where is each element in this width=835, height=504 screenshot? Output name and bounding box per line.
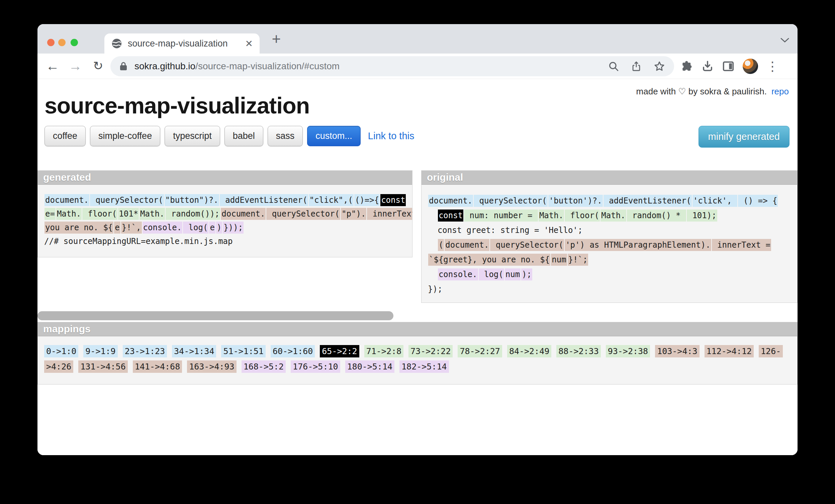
mapping-item[interactable]: 93->2:38 [606, 345, 650, 358]
code-mapping-segment[interactable]: ) [216, 222, 222, 234]
code-mapping-segment[interactable]: Math. [140, 208, 165, 220]
mapping-item[interactable]: 141->4:68 [133, 360, 182, 373]
horizontal-scrollbar-thumb[interactable] [38, 311, 393, 320]
example-button-typescript[interactable]: typescript [165, 126, 220, 146]
code-mapping-segment[interactable]: "p"). [341, 208, 366, 220]
address-bar[interactable]: sokra.github.io/source-map-visualization… [110, 56, 674, 76]
code-mapping-segment[interactable]: }!`, [121, 222, 142, 234]
mapping-item[interactable]: 23->1:23 [123, 345, 167, 358]
code-mapping-segment[interactable]: Math. [538, 209, 564, 222]
new-tab-button[interactable]: + [267, 29, 286, 48]
code-mapping-segment[interactable]: querySelector( [90, 194, 164, 206]
mapping-item[interactable]: >4:26 [44, 360, 73, 373]
mapping-item[interactable]: 168->5:2 [242, 360, 286, 373]
mapping-item[interactable]: 176->5:10 [291, 360, 340, 373]
mapping-item[interactable]: 182->5:14 [400, 360, 449, 373]
code-mapping-segment[interactable]: console. [438, 268, 478, 280]
code-mapping-segment[interactable]: num [505, 268, 521, 280]
example-button-sass[interactable]: sass [268, 126, 303, 146]
code-mapping-segment[interactable]: innerText = [712, 239, 771, 251]
code-mapping-segment[interactable]: querySelector( [490, 239, 564, 251]
code-mapping-segment[interactable]: 'click', [692, 195, 737, 207]
back-button[interactable]: ← [43, 57, 62, 75]
code-mapping-segment[interactable]: 101); [687, 209, 717, 222]
mapping-item[interactable]: 34->1:34 [172, 345, 216, 358]
forward-button[interactable]: → [66, 57, 84, 75]
code-mapping-segment[interactable]: console. [143, 222, 183, 234]
code-mapping-segment[interactable]: () => { [738, 195, 778, 207]
code-mapping-segment[interactable]: `${greet}, you are no. ${ [428, 254, 550, 266]
code-mapping-segment[interactable]: you are no. ${ [44, 222, 114, 234]
mapping-item[interactable]: 163->4:93 [187, 360, 236, 373]
mapping-item[interactable]: 131->4:56 [78, 360, 127, 373]
extensions-puzzle-icon[interactable] [680, 60, 693, 73]
code-mapping-segment[interactable]: document. [445, 239, 489, 251]
bookmark-star-icon[interactable] [653, 60, 666, 72]
code-mapping-segment[interactable]: random() * [627, 209, 686, 222]
code-mapping-segment[interactable]: ( [438, 239, 444, 251]
search-icon[interactable] [608, 61, 619, 72]
mapping-item[interactable]: 60->1:60 [271, 345, 315, 358]
example-button-coffee[interactable]: coffee [44, 126, 86, 146]
link-to-this-link[interactable]: Link to this [368, 130, 414, 142]
code-mapping-segment[interactable]: floor( [565, 209, 600, 222]
code-mapping-segment[interactable]: log( [479, 268, 504, 280]
profile-avatar[interactable] [743, 59, 758, 74]
mapping-item[interactable]: 103->4:3 [655, 345, 699, 358]
mapping-item[interactable]: 9->1:9 [83, 345, 117, 358]
mapping-item[interactable]: 84->2:49 [507, 345, 551, 358]
code-mapping-segment[interactable]: ); [521, 268, 532, 280]
code-mapping-segment[interactable]: "button")?. [165, 194, 219, 206]
code-mapping-segment[interactable]: num: number = [464, 209, 538, 222]
mapping-item[interactable]: 73->2:22 [408, 345, 453, 358]
code-mapping-segment[interactable]: })); [223, 222, 244, 234]
mapping-item[interactable]: 71->2:8 [364, 345, 404, 358]
browser-tab[interactable]: source-map-visualization ✕ [104, 34, 260, 54]
mapping-item[interactable]: 65->2:2 [320, 345, 359, 358]
reload-button[interactable]: ↻ [89, 57, 107, 75]
menu-dots-icon[interactable]: ⋮ [766, 60, 779, 73]
code-mapping-segment[interactable]: 101* [118, 208, 139, 220]
code-mapping-segment[interactable]: innerText= [367, 208, 412, 220]
code-mapping-segment[interactable]: e= [44, 208, 56, 220]
code-mapping-segment[interactable]: "click",( [309, 194, 353, 206]
example-button-babel[interactable]: babel [224, 126, 263, 146]
code-mapping-segment[interactable]: Math. [600, 209, 626, 222]
share-icon[interactable] [631, 61, 642, 72]
window-minimize-button[interactable] [58, 39, 65, 46]
code-mapping-segment[interactable]: e [114, 222, 120, 234]
example-button-simple-coffee[interactable]: simple-coffee [90, 126, 160, 146]
mapping-item[interactable]: 180->5:14 [345, 360, 394, 373]
side-panel-icon[interactable] [722, 60, 735, 73]
code-mapping-segment[interactable]: }!`; [568, 254, 588, 266]
tab-search-chevron-icon[interactable] [777, 34, 792, 46]
code-mapping-segment[interactable]: document. [221, 208, 266, 220]
code-mapping-segment[interactable]: 'button')?. [548, 195, 603, 207]
mapping-item[interactable]: 0->1:0 [44, 345, 78, 358]
code-mapping-segment[interactable]: floor( [82, 208, 117, 220]
mapping-item[interactable]: 88->2:33 [556, 345, 600, 358]
window-zoom-button[interactable] [70, 39, 78, 46]
code-mapping-segment[interactable]: e [209, 222, 215, 234]
mapping-item[interactable]: 51->1:51 [221, 345, 265, 358]
window-close-button[interactable] [47, 39, 55, 46]
download-icon[interactable] [701, 60, 714, 73]
code-mapping-segment[interactable]: querySelector( [266, 208, 340, 220]
code-mapping-segment[interactable]: const [380, 194, 406, 206]
tab-close-icon[interactable]: ✕ [245, 38, 253, 49]
code-mapping-segment[interactable]: Math. [56, 208, 82, 220]
code-mapping-segment[interactable]: document. [44, 194, 89, 206]
code-mapping-segment[interactable]: ()=>{ [354, 194, 380, 206]
repo-link[interactable]: repo [771, 86, 789, 96]
code-mapping-segment[interactable]: log( [183, 222, 208, 234]
mapping-item[interactable]: 78->2:27 [457, 345, 502, 358]
code-mapping-segment[interactable]: 'p') as HTMLParagraphElement). [565, 239, 711, 251]
code-mapping-segment[interactable]: addEventListener( [604, 195, 692, 207]
code-mapping-segment[interactable]: document. [428, 195, 473, 207]
code-mapping-segment[interactable]: addEventListener( [220, 194, 308, 206]
custom-button[interactable]: custom... [307, 126, 361, 146]
code-mapping-segment[interactable]: querySelector( [474, 195, 548, 207]
code-mapping-segment[interactable]: const [438, 209, 463, 222]
minify-generated-button[interactable]: minify generated [698, 126, 790, 147]
code-mapping-segment[interactable]: random()); [166, 208, 220, 220]
